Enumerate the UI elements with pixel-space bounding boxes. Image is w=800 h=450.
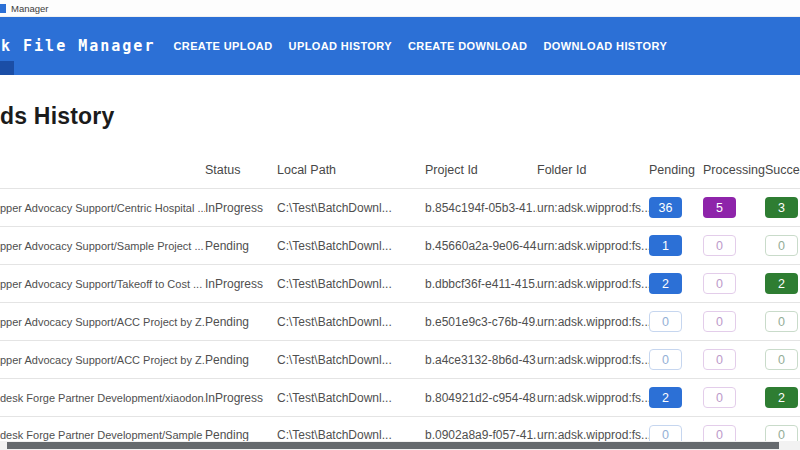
nav-item-download-history[interactable]: DOWNLOAD HISTORY [535, 30, 675, 62]
title-bar: Manager [0, 0, 800, 17]
processing-count-badge: 0 [703, 273, 736, 294]
cell-status: InProgress [205, 277, 277, 291]
cell-status: Pending [205, 428, 277, 442]
col-pending: Pending [649, 163, 703, 177]
pending-count-badge: 0 [649, 311, 682, 332]
cell-status: Pending [205, 315, 277, 329]
cell-local-path: C:\Test\BatchDownl... [277, 201, 425, 215]
col-succeeded: Succeeded [765, 163, 800, 177]
cell-local-path: C:\Test\BatchDownl... [277, 428, 425, 442]
cell-status: Pending [205, 239, 277, 253]
succeeded-cell: 0 [765, 235, 800, 256]
pending-cell: 2 [649, 273, 703, 294]
pending-count-badge: 2 [649, 387, 682, 408]
nav-item-create-download[interactable]: CREATE DOWNLOAD [400, 30, 535, 62]
nav-item-create-upload[interactable]: CREATE UPLOAD [165, 30, 280, 62]
succeeded-cell: 2 [765, 273, 800, 294]
page-content: ds History Status Local Path Project Id … [0, 103, 800, 450]
cell-folder-id: urn:adsk.wipprod:fs... [537, 201, 649, 215]
col-processing: Processing [703, 163, 765, 177]
cell-project-id: b.0902a8a9-f057-41... [425, 428, 537, 442]
cell-folder-id: urn:adsk.wipprod:fs... [537, 428, 649, 442]
processing-count-badge: 0 [703, 311, 736, 332]
cell-status: InProgress [205, 201, 277, 215]
table-row: pper Advocacy Support/Takeoff to Cost ..… [0, 264, 800, 302]
app-window-icon [0, 4, 6, 13]
appbar-corner-accent [0, 61, 14, 75]
cell-status: Pending [205, 353, 277, 367]
pending-count-badge: 2 [649, 273, 682, 294]
succeeded-count-badge: 2 [765, 387, 798, 408]
pending-count-badge: 1 [649, 235, 682, 256]
cell-local-path: C:\Test\BatchDownl... [277, 277, 425, 291]
cell-project-id: b.dbbcf36f-e411-415... [425, 277, 537, 291]
table-row: desk Forge Partner Development/xiaodon..… [0, 378, 800, 416]
processing-count-badge: 0 [703, 387, 736, 408]
processing-cell: 5 [703, 197, 765, 218]
succeeded-cell: 2 [765, 387, 800, 408]
scrollbar-thumb[interactable] [7, 442, 779, 449]
col-status: Status [205, 163, 277, 177]
window-title: Manager [11, 3, 49, 14]
succeeded-count-badge: 0 [765, 349, 798, 370]
pending-cell: 2 [649, 387, 703, 408]
cell-folder-id: urn:adsk.wipprod:fs... [537, 277, 649, 291]
cell-folder-id: urn:adsk.wipprod:fs... [537, 391, 649, 405]
cell-project-id: b.804921d2-c954-48... [425, 391, 537, 405]
nav-item-upload-history[interactable]: UPLOAD HISTORY [281, 30, 400, 62]
main-nav: CREATE UPLOAD UPLOAD HISTORY CREATE DOWN… [165, 30, 675, 62]
cell-folder-id: urn:adsk.wipprod:fs... [537, 353, 649, 367]
cell-project-id: b.a4ce3132-8b6d-43... [425, 353, 537, 367]
processing-cell: 0 [703, 311, 765, 332]
brand-logo: k File Manager [1, 37, 155, 55]
col-folder-id: Folder Id [537, 163, 649, 177]
cell-project-id: b.854c194f-05b3-41... [425, 201, 537, 215]
pending-count-badge: 36 [649, 197, 682, 218]
cell-project-id: b.45660a2a-9e06-44... [425, 239, 537, 253]
app-bar: k File Manager CREATE UPLOAD UPLOAD HIST… [0, 17, 800, 75]
cell-local-path: C:\Test\BatchDownl... [277, 239, 425, 253]
page-title: ds History [0, 103, 800, 130]
processing-count-badge: 5 [703, 197, 736, 218]
succeeded-cell: 0 [765, 311, 800, 332]
table-header-row: Status Local Path Project Id Folder Id P… [0, 152, 800, 188]
horizontal-scrollbar[interactable] [0, 441, 800, 450]
col-project-id: Project Id [425, 163, 537, 177]
succeeded-count-badge: 0 [765, 311, 798, 332]
succeeded-cell: 3 [765, 197, 800, 218]
table-body: pper Advocacy Support/Centric Hospital .… [0, 188, 800, 450]
cell-folder-id: urn:adsk.wipprod:fs... [537, 239, 649, 253]
cell-project-name: pper Advocacy Support/ACC Project by Z..… [0, 354, 205, 366]
table-row: pper Advocacy Support/ACC Project by Z..… [0, 302, 800, 340]
cell-local-path: C:\Test\BatchDownl... [277, 353, 425, 367]
table-row: pper Advocacy Support/ACC Project by Z..… [0, 340, 800, 378]
succeeded-count-badge: 3 [765, 197, 798, 218]
cell-project-name: pper Advocacy Support/Sample Project ... [0, 240, 205, 252]
cell-local-path: C:\Test\BatchDownl... [277, 391, 425, 405]
cell-folder-id: urn:adsk.wipprod:fs... [537, 315, 649, 329]
succeeded-count-badge: 2 [765, 273, 798, 294]
succeeded-count-badge: 0 [765, 235, 798, 256]
processing-cell: 0 [703, 349, 765, 370]
pending-cell: 1 [649, 235, 703, 256]
processing-cell: 0 [703, 387, 765, 408]
cell-project-id: b.e501e9c3-c76b-49... [425, 315, 537, 329]
cell-project-name: pper Advocacy Support/ACC Project by Z..… [0, 316, 205, 328]
cell-project-name: desk Forge Partner Development/xiaodon..… [0, 392, 205, 404]
processing-cell: 0 [703, 273, 765, 294]
pending-cell: 0 [649, 311, 703, 332]
cell-project-name: pper Advocacy Support/Takeoff to Cost ..… [0, 278, 205, 290]
downloads-history-table: Status Local Path Project Id Folder Id P… [0, 152, 800, 450]
table-row: pper Advocacy Support/Centric Hospital .… [0, 188, 800, 226]
succeeded-cell: 0 [765, 349, 800, 370]
pending-cell: 0 [649, 349, 703, 370]
processing-count-badge: 0 [703, 349, 736, 370]
cell-local-path: C:\Test\BatchDownl... [277, 315, 425, 329]
pending-cell: 36 [649, 197, 703, 218]
cell-status: InProgress [205, 391, 277, 405]
processing-cell: 0 [703, 235, 765, 256]
col-local-path: Local Path [277, 163, 425, 177]
cell-project-name: desk Forge Partner Development/Sample ..… [0, 429, 205, 441]
pending-count-badge: 0 [649, 349, 682, 370]
table-row: pper Advocacy Support/Sample Project ...… [0, 226, 800, 264]
